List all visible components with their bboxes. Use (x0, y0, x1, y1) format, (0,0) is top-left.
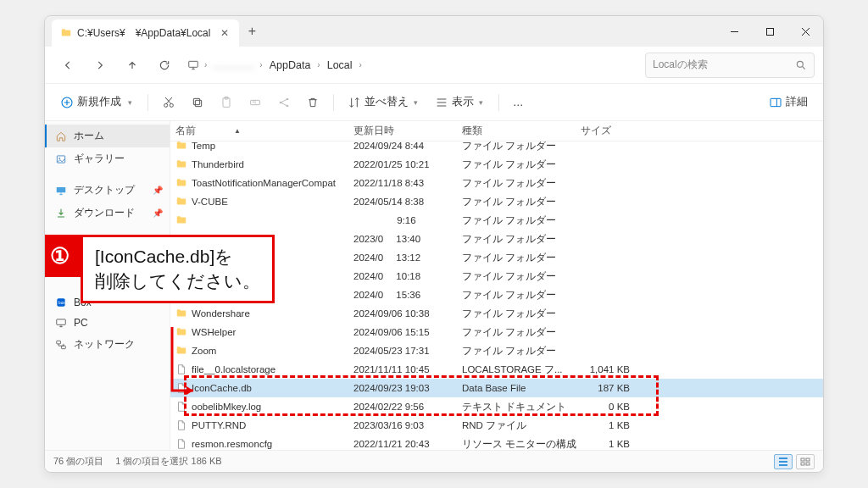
sidebar-item-downloads[interactable]: ダウンロード📌 (45, 202, 170, 225)
share-button[interactable] (272, 92, 296, 113)
col-date[interactable]: 更新日時 (353, 125, 462, 137)
rename-icon: A| (248, 96, 262, 109)
delete-button[interactable] (301, 92, 325, 113)
file-row[interactable]: WSHelper2024/09/06 15:15ファイル フォルダー (170, 323, 823, 341)
column-headers: 名前▲ 更新日時 種類 サイズ (170, 121, 823, 141)
explorer-window: C:¥Users¥ ¥AppData¥Local ✕ + › ………… › Ap… (44, 15, 824, 473)
active-tab[interactable]: C:¥Users¥ ¥AppData¥Local ✕ (52, 19, 239, 47)
sort-asc-icon: ▲ (234, 127, 241, 135)
file-row[interactable]: PUTTY.RND2023/03/16 9:03RND ファイル1 KB (170, 416, 823, 435)
action-toolbar: 新規作成 ▾ A| 並べ替え ▾ 表示 ▾ … 詳細 (45, 84, 823, 121)
up-button[interactable] (118, 51, 147, 80)
file-row[interactable]: V-CUBE2024/05/14 8:38ファイル フォルダー (170, 192, 823, 211)
new-button[interactable]: 新規作成 ▾ (55, 92, 139, 113)
breadcrumb-appdata[interactable]: AppData (268, 59, 313, 71)
svg-rect-7 (193, 98, 199, 104)
window-controls (716, 16, 823, 47)
chevron-right-icon: › (258, 60, 264, 69)
details-pane-button[interactable]: 詳細 (764, 92, 813, 113)
titlebar: C:¥Users¥ ¥AppData¥Local ✕ + (45, 16, 823, 47)
svg-point-2 (797, 61, 803, 67)
sort-button[interactable]: 並べ替え ▾ (342, 92, 425, 113)
file-row[interactable]: file__0.localstorage2021/11/11 10:45LOCA… (170, 360, 823, 379)
folder-icon (60, 27, 72, 39)
home-icon (55, 130, 67, 142)
file-row[interactable]: Wondershare2024/09/06 10:38ファイル フォルダー (170, 304, 823, 323)
svg-rect-26 (801, 463, 804, 465)
sidebar-item-network[interactable]: ネットワーク (45, 333, 170, 356)
network-icon (55, 339, 67, 351)
copy-button[interactable] (186, 92, 209, 113)
sidebar-item-gallery[interactable]: ギャラリー (45, 147, 170, 170)
sort-icon (348, 96, 361, 109)
chevron-right-icon: › (358, 60, 364, 69)
monitor-icon (187, 59, 199, 71)
view-details-toggle[interactable] (774, 454, 793, 469)
pin-icon: 📌 (153, 186, 163, 195)
sidebar-item-home[interactable]: ホーム (45, 125, 170, 147)
paste-icon (220, 96, 233, 109)
col-kind[interactable]: 種類 (462, 125, 581, 137)
rename-button[interactable]: A| (243, 92, 267, 113)
status-bar: 76 個の項目 1 個の項目を選択 186 KB (45, 450, 823, 472)
svg-rect-24 (801, 458, 804, 461)
more-button[interactable]: … (508, 93, 529, 112)
desktop-icon (55, 185, 67, 197)
file-row[interactable]: 9:16ファイル フォルダー (170, 211, 823, 230)
close-tab-icon[interactable]: ✕ (220, 27, 229, 39)
annotation-number: ① (44, 235, 81, 277)
pin-icon: 📌 (153, 208, 163, 218)
svg-rect-6 (195, 100, 201, 106)
back-button[interactable] (53, 51, 82, 80)
search-input[interactable]: Localの検索 (645, 53, 815, 78)
view-button[interactable]: 表示 ▾ (430, 92, 490, 113)
view-icons-toggle[interactable] (796, 454, 815, 469)
svg-text:A|: A| (253, 100, 256, 104)
breadcrumb-blurred[interactable]: ………… (212, 59, 254, 71)
breadcrumb-local[interactable]: Local (326, 59, 354, 71)
file-row[interactable]: Zoom2024/05/23 17:31ファイル フォルダー (170, 341, 823, 360)
maximize-button[interactable] (752, 16, 787, 47)
col-name[interactable]: 名前▲ (175, 125, 353, 137)
gallery-icon (55, 153, 67, 165)
svg-point-4 (164, 103, 168, 107)
chevron-right-icon: › (315, 60, 321, 69)
details-icon (769, 96, 782, 109)
close-window-button[interactable] (787, 16, 823, 47)
file-row[interactable]: Temp2024/09/24 8:44ファイル フォルダー (170, 141, 823, 155)
svg-rect-1 (189, 61, 198, 67)
file-row[interactable]: resmon.resmoncfg2022/11/21 20:43リソース モニタ… (170, 435, 823, 450)
selection-info: 1 個の項目を選択 186 KB (115, 455, 221, 468)
annotation-text: [IconCache.db]を 削除してください。 (81, 235, 275, 303)
view-icon (435, 96, 448, 109)
cut-button[interactable] (157, 92, 181, 113)
tab-title: C:¥Users¥ ¥AppData¥Local (77, 26, 210, 41)
file-row[interactable]: oobelibMkey.log2024/02/22 9:56テキスト ドキュメン… (170, 397, 823, 416)
file-row[interactable]: IconCache.db2024/09/23 19:03Data Base Fi… (170, 379, 823, 397)
paste-button[interactable] (214, 92, 238, 113)
col-size[interactable]: サイズ (581, 125, 640, 137)
refresh-button[interactable] (150, 51, 179, 80)
plus-circle-icon (60, 96, 74, 109)
svg-rect-25 (806, 458, 810, 461)
chevron-down-icon: ▾ (412, 98, 420, 107)
search-icon (795, 59, 807, 71)
sidebar-item-pc[interactable]: PC (45, 313, 170, 333)
breadcrumb[interactable]: › ………… › AppData › Local › (187, 59, 364, 71)
share-icon (277, 96, 291, 109)
chevron-down-icon: ▾ (477, 98, 485, 107)
file-row[interactable]: Thunderbird2022/01/25 10:21ファイル フォルダー (170, 155, 823, 174)
forward-button[interactable] (86, 51, 114, 80)
svg-point-13 (287, 97, 289, 100)
cut-icon (162, 96, 175, 109)
svg-rect-15 (771, 98, 781, 106)
annotation-arrow-icon (155, 323, 206, 408)
svg-rect-22 (57, 341, 61, 344)
new-tab-button[interactable]: + (239, 24, 264, 39)
sidebar-item-desktop[interactable]: デスクトップ📌 (45, 179, 170, 202)
chevron-down-icon: ▾ (126, 98, 134, 107)
svg-rect-18 (57, 186, 66, 191)
file-row[interactable]: ToastNotificationManagerCompat2022/11/18… (170, 174, 823, 192)
minimize-button[interactable] (716, 16, 752, 47)
svg-rect-27 (806, 463, 810, 465)
